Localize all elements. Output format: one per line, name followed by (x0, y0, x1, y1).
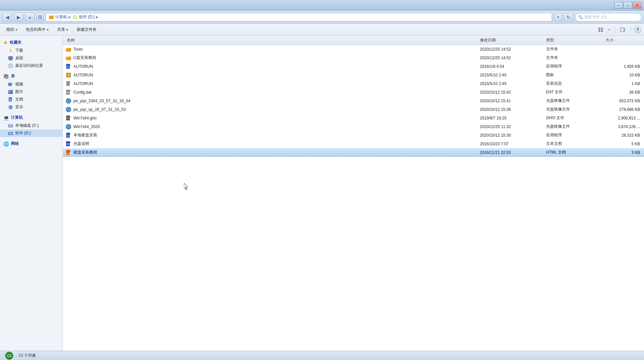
file-type: GHO 文件 (543, 115, 603, 121)
file-row[interactable]: Win7x64.gho 2019/9/7 19:25 GHO 文件 2,900,… (63, 114, 644, 122)
up-button[interactable]: ▲ (25, 13, 34, 22)
file-icon (65, 72, 71, 78)
help-button[interactable]: ? (634, 26, 641, 33)
svg-rect-21 (9, 100, 12, 100)
library-header[interactable]: 📚 库 (0, 72, 63, 80)
svg-rect-35 (66, 57, 68, 58)
computer-label: 计算机 (11, 115, 23, 120)
maximize-button[interactable]: □ (623, 2, 632, 9)
sidebar-item-downloads[interactable]: ⬇ 下载 (0, 47, 63, 54)
svg-rect-58 (67, 118, 69, 118)
main-container: ★ 收藏夹 ⬇ 下载 桌面 最近访问的位置 (0, 36, 644, 351)
svg-marker-16 (12, 84, 13, 85)
file-row[interactable]: AUTORUN 2015/5/10 2:45 安装信息 1 KB (63, 79, 644, 88)
sidebar-item-documents[interactable]: 文档 (0, 96, 63, 103)
view-options-button[interactable] (596, 26, 605, 34)
file-size: 279,696 KB (603, 107, 643, 112)
svg-rect-4 (73, 17, 77, 19)
file-row[interactable]: HTML 硬盘安装教程 2016/11/21 22:03 HTML 文档 3 K… (63, 148, 644, 157)
file-row[interactable]: Tools 2020/12/25 14:52 文件夹 (63, 45, 644, 54)
favorites-section: ★ 收藏夹 ⬇ 下载 桌面 最近访问的位置 (0, 38, 63, 69)
file-icon (65, 141, 71, 147)
c-drive-icon (8, 123, 13, 128)
svg-point-42 (68, 74, 69, 76)
file-name: Config.dat (73, 90, 92, 95)
refresh-button[interactable]: ↻ (564, 13, 573, 22)
address-dropdown-button[interactable]: ▾ (554, 13, 562, 22)
svg-rect-5 (598, 28, 600, 29)
col-header-modified[interactable]: 修改日期 (477, 37, 543, 43)
svg-rect-38 (67, 67, 69, 67)
svg-rect-11 (8, 56, 13, 60)
search-icon: 🔍 (578, 15, 583, 20)
file-row[interactable]: AUTORUN 2015/5/10 2:45 图标 10 KB (63, 71, 644, 79)
preview-pane-button[interactable] (619, 26, 627, 34)
file-row[interactable]: Config.dat 2020/10/12 15:42 DAT 文件 36 KB (63, 88, 644, 97)
sidebar-item-desktop[interactable]: 桌面 (0, 54, 63, 62)
file-modified: 2019/9/7 19:25 (477, 116, 543, 120)
svg-point-61 (68, 126, 69, 127)
pictures-label: 图片 (15, 89, 23, 95)
col-header-size[interactable]: 大小 (603, 37, 643, 43)
file-type: 应用程序 (543, 132, 603, 138)
file-modified: 2020/10/12 15:30 (477, 133, 543, 138)
breadcrumb-computer[interactable]: 计算机 (55, 14, 67, 20)
sidebar-item-music[interactable]: 音乐 (0, 103, 63, 111)
computer-icon: 💻 (3, 115, 9, 120)
network-header[interactable]: 🌐 网络 (0, 140, 63, 148)
col-header-name[interactable]: 名称 (64, 37, 477, 43)
computer-header[interactable]: 💻 计算机 (0, 113, 63, 122)
file-row[interactable]: pe_yqs_xp_20_07_31_15_53 2020/10/12 15:3… (63, 105, 644, 114)
view-dropdown-arrow[interactable]: ▾ (607, 26, 612, 34)
favorites-header[interactable]: ★ 收藏夹 (0, 38, 63, 47)
organize-button[interactable]: 组织 ▾ (3, 25, 21, 34)
breadcrumb-drive[interactable]: 软件 (D:) (79, 14, 95, 20)
file-type: 文件夹 (543, 46, 603, 52)
recent-locations-button[interactable] (36, 13, 44, 22)
svg-rect-45 (68, 84, 69, 85)
sidebar-item-recent[interactable]: 最近访问的位置 (0, 62, 63, 69)
sidebar-item-c-drive[interactable]: 本地磁盘 (C:) (0, 122, 63, 129)
include-in-library-button[interactable]: 包含到库中 ▾ (22, 25, 52, 34)
svg-point-25 (10, 107, 11, 108)
organize-arrow: ▾ (16, 28, 17, 31)
library-label: 库 (11, 73, 15, 79)
search-box[interactable]: 🔍 搜索 软件 (D:) (575, 13, 641, 22)
file-row[interactable]: 光盘说明 2016/10/23 7:07 文本文档 5 KB (63, 140, 644, 148)
share-label: 共享 (57, 27, 65, 32)
share-button[interactable]: 共享 ▾ (54, 25, 72, 34)
file-size: 3 KB (603, 150, 643, 155)
downloads-label: 下载 (15, 48, 23, 53)
back-button[interactable]: ◀ (3, 13, 12, 22)
address-bar: ◀ ▶ ▲ 计算机 ▶ 软件 (D:) ▶ ▾ ↻ 🔍 搜索 软件 (D:) (0, 11, 644, 24)
file-name: AUTORUN (73, 73, 93, 77)
file-type: HTML 文档 (543, 150, 603, 155)
close-button[interactable]: ✕ (633, 2, 641, 9)
file-name-cell: 本地硬盘安装 (64, 132, 477, 138)
address-path[interactable]: 计算机 ▶ 软件 (D:) ▶ (46, 13, 552, 22)
col-header-type[interactable]: 类型 (543, 37, 603, 43)
file-row[interactable]: AUTORUN 2016/1/8 4:54 应用程序 1,926 KB (63, 62, 644, 71)
file-row[interactable]: pe_yqs_1064_20_07_31_16_04 2020/10/12 15… (63, 97, 644, 105)
file-row[interactable]: U盘安装教程 2020/12/25 14:52 文件夹 (63, 54, 644, 62)
music-label: 音乐 (15, 104, 23, 110)
svg-rect-8 (601, 30, 603, 32)
sidebar-item-video[interactable]: 视频 (0, 80, 63, 88)
sidebar-item-d-drive[interactable]: 软件 (D:) (0, 129, 63, 137)
svg-rect-33 (66, 48, 68, 49)
file-type: 文件夹 (543, 55, 603, 61)
file-row[interactable]: Win7x64_2020 2020/12/25 11:32 光盘映像文件 3,8… (63, 122, 644, 131)
file-name-cell: AUTORUN (64, 64, 477, 69)
new-folder-button[interactable]: 新建文件夹 (73, 25, 100, 34)
file-name: 硬盘安装教程 (73, 150, 97, 155)
search-placeholder: 搜索 软件 (D:) (584, 15, 607, 20)
svg-rect-68 (67, 144, 69, 144)
file-row[interactable]: 本地硬盘安装 2020/10/12 15:30 应用程序 28,315 KB (63, 131, 644, 140)
breadcrumb-arrow-1: ▶ (68, 15, 71, 19)
file-area: 名称 修改日期 类型 大小 Tools 2020/12/25 14:52 文件夹… (63, 36, 644, 351)
file-name: Win7x64.gho (73, 116, 97, 120)
sidebar-item-pictures[interactable]: 图片 (0, 88, 63, 96)
svg-rect-39 (67, 68, 68, 68)
minimize-button[interactable]: ─ (614, 2, 623, 9)
forward-button[interactable]: ▶ (14, 13, 23, 22)
